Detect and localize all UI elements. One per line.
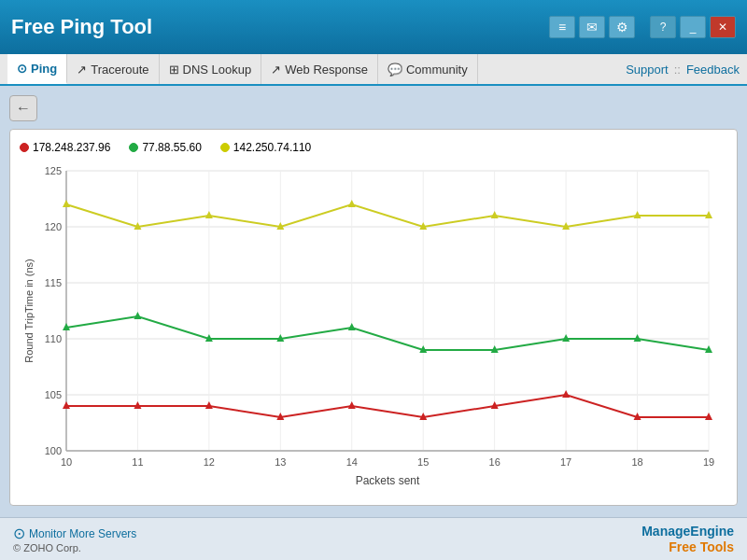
svg-text:10: 10 [61, 456, 72, 468]
svg-text:100: 100 [45, 445, 62, 456]
svg-text:Packets sent: Packets sent [356, 474, 420, 487]
nav-dns-lookup[interactable]: ⊞ DNS Lookup [160, 54, 262, 84]
svg-text:19: 19 [703, 456, 714, 468]
legend-item-series2: 77.88.55.60 [129, 141, 201, 154]
svg-text:18: 18 [631, 456, 642, 468]
back-button[interactable]: ← [9, 95, 37, 121]
svg-text:110: 110 [45, 333, 62, 344]
svg-marker-50 [348, 323, 356, 330]
footer-left: ⊙ Monitor More Servers © ZOHO Corp. [13, 525, 136, 553]
svg-marker-60 [348, 200, 356, 207]
svg-marker-40 [348, 401, 356, 409]
chart-legend: 178.248.237.9677.88.55.60142.250.74.110 [20, 141, 727, 154]
window-controls: ≡ ✉ ⚙ ? _ ✕ [549, 16, 736, 38]
svg-text:16: 16 [489, 456, 500, 468]
nav-community[interactable]: 💬 Community [378, 54, 478, 84]
svg-text:12: 12 [204, 456, 215, 468]
free-tools-brand: Free Tools [641, 539, 734, 555]
traceroute-icon: ↗ [77, 63, 87, 77]
dns-icon: ⊞ [169, 63, 179, 77]
minimize-button[interactable]: _ [680, 16, 706, 38]
svg-text:105: 105 [45, 389, 62, 400]
ping-icon: ⊙ [17, 62, 27, 76]
manage-engine-brand: ManageEngine [641, 524, 734, 539]
content-area: ← 178.248.237.9677.88.55.60142.250.74.11… [0, 86, 747, 517]
svg-marker-58 [205, 211, 213, 218]
svg-marker-56 [63, 200, 70, 207]
nav-separator: :: [674, 63, 681, 77]
help-button[interactable]: ? [650, 16, 676, 38]
svg-text:15: 15 [417, 456, 429, 468]
svg-marker-47 [134, 312, 141, 319]
copyright: © ZOHO Corp. [13, 542, 136, 553]
nav-bar: ⊙ Ping ↗ Traceroute ⊞ DNS Lookup ↗ Web R… [0, 54, 747, 86]
web-icon: ↗ [271, 63, 281, 77]
svg-text:14: 14 [346, 456, 358, 468]
close-button[interactable]: ✕ [710, 16, 736, 38]
community-icon: 💬 [388, 63, 402, 77]
svg-text:Round TripTime in (ns): Round TripTime in (ns) [23, 259, 35, 362]
svg-text:17: 17 [560, 456, 571, 468]
settings-button[interactable]: ⚙ [609, 16, 635, 38]
support-link[interactable]: Support [626, 63, 669, 77]
monitor-icon: ⊙ [13, 525, 25, 542]
svg-text:13: 13 [275, 456, 286, 468]
app-title: Free Ping Tool [11, 15, 152, 39]
title-bar: Free Ping Tool ≡ ✉ ⚙ ? _ ✕ [0, 0, 747, 54]
monitor-link[interactable]: ⊙ Monitor More Servers [13, 525, 136, 542]
list-button[interactable]: ≡ [549, 16, 575, 38]
chart-svg: 10010511011512012510111213141516171819Ro… [20, 161, 727, 488]
legend-item-series1: 178.248.237.96 [20, 141, 110, 154]
svg-marker-43 [562, 390, 570, 398]
nav-web-response[interactable]: ↗ Web Response [261, 54, 378, 84]
legend-item-series3: 142.250.74.110 [220, 141, 311, 154]
nav-ping[interactable]: ⊙ Ping [7, 54, 67, 84]
footer: ⊙ Monitor More Servers © ZOHO Corp. Mana… [0, 517, 747, 560]
footer-right: ManageEngine Free Tools [641, 524, 734, 555]
feedback-link[interactable]: Feedback [686, 63, 740, 77]
svg-text:11: 11 [132, 456, 143, 468]
svg-text:125: 125 [45, 165, 62, 176]
chart-container: 178.248.237.9677.88.55.60142.250.74.110 … [9, 129, 738, 506]
svg-text:120: 120 [45, 221, 62, 232]
svg-text:115: 115 [45, 277, 62, 288]
nav-traceroute[interactable]: ↗ Traceroute [67, 54, 159, 84]
email-button[interactable]: ✉ [579, 16, 605, 38]
chart-svg-wrapper: 10010511011512012510111213141516171819Ro… [20, 161, 727, 488]
nav-right: Support :: Feedback [626, 63, 740, 77]
svg-marker-62 [491, 211, 499, 218]
